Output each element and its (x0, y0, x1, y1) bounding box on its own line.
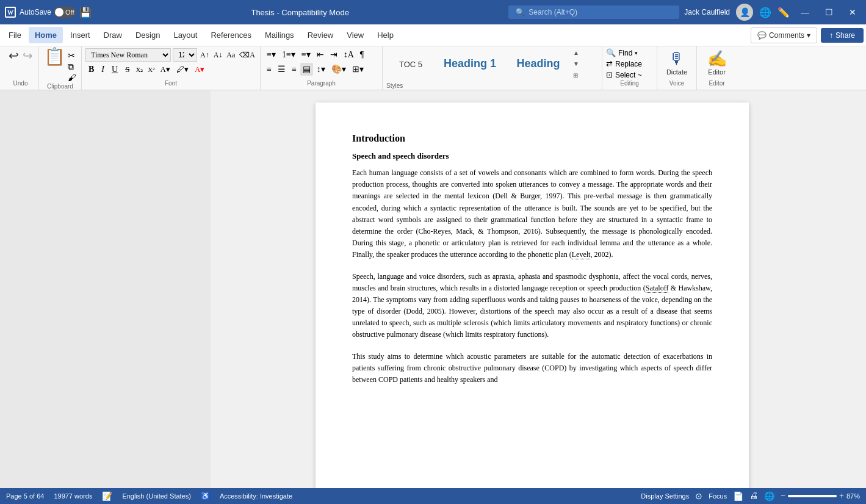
close-btn[interactable]: ✕ (844, 5, 861, 20)
focus-label[interactable]: Focus (709, 492, 727, 500)
format-painter-icon[interactable]: 🖌 (68, 73, 76, 83)
cut-icon[interactable]: ✂ (68, 51, 76, 61)
align-left-btn[interactable]: ≡ (264, 63, 274, 76)
menu-draw[interactable]: Draw (98, 27, 128, 43)
menu-mailings[interactable]: Mailings (259, 27, 300, 43)
menu-review[interactable]: Review (301, 27, 340, 43)
italic-btn[interactable]: I (98, 63, 107, 76)
page-info[interactable]: Page 5 of 64 (6, 492, 44, 500)
zoom-value[interactable]: 87% (846, 492, 860, 500)
align-center-btn[interactable]: ☰ (275, 63, 288, 76)
autosave-state: Off (65, 9, 74, 16)
menu-design[interactable]: Design (129, 27, 166, 43)
share-button[interactable]: ↑ Share (821, 28, 864, 43)
menu-insert[interactable]: Insert (64, 27, 96, 43)
doc-title-text: Thesis - Compatibility Mode (251, 8, 348, 17)
globe-icon[interactable]: 🌐 (759, 7, 771, 18)
search-box[interactable]: 🔍 (508, 5, 679, 19)
decrease-indent-btn[interactable]: ⇤ (314, 48, 327, 61)
justify-btn[interactable]: ▤ (300, 63, 313, 76)
comments-icon: 💬 (757, 31, 767, 40)
copy-icon[interactable]: ⧉ (68, 62, 76, 72)
menu-references[interactable]: References (204, 27, 257, 43)
maximize-btn[interactable]: ☐ (820, 5, 838, 20)
status-right: Display Settings ⊙ Focus 📄 🖨 🌐 − + 87% (641, 491, 860, 502)
styles-scroll-up[interactable]: ▲ (573, 49, 579, 56)
style-toc5[interactable]: TOC 5 (386, 55, 435, 74)
document-area[interactable]: Introduction Speech and speech disorders… (211, 90, 854, 488)
focus-icon[interactable]: ⊙ (695, 491, 702, 502)
accessibility-label[interactable]: Accessibility: Investigate (220, 492, 292, 500)
word-count[interactable]: 19977 words (54, 492, 92, 500)
shading-btn[interactable]: 🎨▾ (329, 63, 348, 76)
save-icon[interactable]: 💾 (79, 7, 92, 18)
editor-btn[interactable]: ✍ Editor (706, 48, 728, 77)
subscript-btn[interactable]: X₂ (134, 65, 145, 75)
font-size-select[interactable]: 12 (173, 48, 197, 62)
replace-btn[interactable]: ⇄ Replace (606, 59, 642, 69)
style-heading2[interactable]: Heading (505, 55, 572, 74)
autosave-label: AutoSave (20, 8, 51, 16)
increase-font-icon[interactable]: A↑ (199, 49, 211, 61)
bold-btn[interactable]: B (85, 63, 97, 76)
minimize-btn[interactable]: — (796, 5, 814, 20)
clear-format-icon[interactable]: ⌫A (238, 49, 256, 61)
language[interactable]: English (United States) (122, 492, 191, 500)
find-btn[interactable]: 🔍 Find ▾ (606, 48, 638, 58)
undo-label: Undo (13, 80, 28, 88)
numbering-btn[interactable]: 1≡▾ (280, 48, 298, 61)
menu-home[interactable]: Home (29, 27, 63, 43)
zoom-in-icon[interactable]: + (839, 491, 844, 501)
display-settings[interactable]: Display Settings (641, 492, 689, 500)
zoom-slider[interactable] (788, 495, 837, 497)
redo-icon[interactable]: ↪ (23, 48, 33, 63)
menu-help[interactable]: Help (371, 27, 400, 43)
pen-icon[interactable]: ✏️ (778, 7, 790, 18)
align-right-btn[interactable]: ≡ (289, 63, 299, 76)
font-name-select[interactable]: Times New Roman (85, 48, 171, 62)
font-color-btn[interactable]: A▾ (158, 63, 173, 76)
bullets-btn[interactable]: ≡▾ (264, 48, 278, 61)
paste-icon[interactable]: 📋 (44, 48, 65, 65)
decrease-font-icon[interactable]: A↓ (212, 49, 224, 61)
search-input[interactable] (529, 8, 663, 16)
pilcrow-btn[interactable]: ¶ (358, 49, 366, 61)
zoom-out-icon[interactable]: − (781, 491, 785, 501)
style-heading1[interactable]: Heading 1 (436, 55, 503, 74)
sort-btn[interactable]: ↕A (341, 49, 356, 61)
voice-label: Voice (669, 80, 684, 88)
read-mode-icon[interactable]: 📄 (733, 491, 743, 502)
dictate-btn[interactable]: 🎙 Dictate (665, 48, 688, 77)
accessibility-icon[interactable]: ♿ (201, 492, 210, 501)
select-btn[interactable]: ⊡ Select ~ (606, 70, 642, 80)
highlight-btn[interactable]: 🖊▾ (174, 63, 191, 76)
styles-expand[interactable]: ⊞ (573, 72, 579, 79)
menu-layout[interactable]: Layout (167, 27, 203, 43)
title-bar-right: Jack Caulfield 👤 🌐 ✏️ — ☐ ✕ (684, 4, 861, 21)
styles-scroll-down[interactable]: ▼ (573, 60, 579, 67)
web-layout-icon[interactable]: 🌐 (764, 491, 774, 502)
editor-group: ✍ Editor Editor (697, 46, 737, 90)
menu-view[interactable]: View (341, 27, 370, 43)
styles-group: TOC 5 Heading 1 Heading ▲ ▼ ⊞ Styles (383, 46, 602, 90)
increase-indent-btn[interactable]: ⇥ (328, 48, 340, 61)
editor-icon: ✍ (707, 49, 727, 68)
proofing-icon[interactable]: 📝 (102, 491, 112, 502)
text-color-btn[interactable]: A▾ (192, 63, 207, 76)
autosave-toggle[interactable]: Off (54, 7, 76, 18)
paragraph-group: ≡▾ 1≡▾ ≡▾ ⇤ ⇥ ↕A ¶ ≡ ☰ ≡ ▤ ↕▾ 🎨▾ ⊞▾ Para… (261, 46, 383, 90)
superscript-btn[interactable]: X² (146, 65, 156, 74)
borders-btn[interactable]: ⊞▾ (350, 63, 366, 76)
line-spacing-btn[interactable]: ↕▾ (314, 63, 328, 76)
editing-group: 🔍 Find ▾ ⇄ Replace ⊡ Select ~ Editing (602, 46, 657, 90)
menu-bar: File Home Insert Draw Design Layout Refe… (0, 24, 866, 46)
underline-btn[interactable]: U (109, 63, 121, 76)
multilevel-list-btn[interactable]: ≡▾ (299, 48, 313, 61)
search-icon: 🔍 (516, 8, 525, 16)
comments-button[interactable]: 💬 Comments ▾ (751, 27, 817, 43)
change-case-icon[interactable]: Aa (225, 49, 236, 61)
menu-file[interactable]: File (2, 27, 27, 43)
undo-icon[interactable]: ↩ (9, 48, 19, 63)
print-layout-icon[interactable]: 🖨 (749, 491, 758, 501)
strikethrough-btn[interactable]: S (122, 63, 132, 76)
